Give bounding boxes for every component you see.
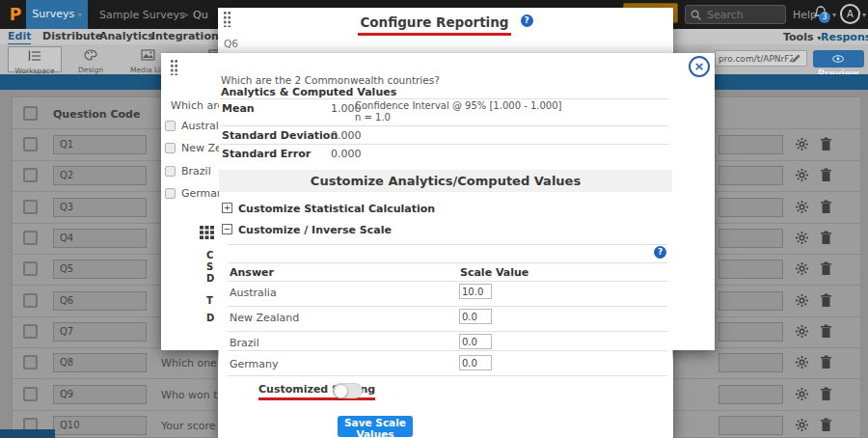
- row-checkbox[interactable]: [23, 324, 38, 339]
- notification-badge: 3: [819, 12, 830, 23]
- help-icon[interactable]: ?: [654, 246, 666, 259]
- question-code-field[interactable]: Q3: [53, 198, 147, 217]
- trash-icon[interactable]: [820, 355, 832, 370]
- row-checkbox[interactable]: [23, 387, 38, 401]
- trash-icon[interactable]: [820, 168, 832, 182]
- trash-icon[interactable]: [820, 324, 832, 339]
- trash-icon[interactable]: [820, 293, 832, 308]
- question-code-field[interactable]: Q2: [53, 166, 147, 185]
- close-icon[interactable]: ×: [689, 56, 710, 77]
- question-code-field[interactable]: Q9: [53, 385, 147, 404]
- clipped-label: D: [206, 273, 214, 284]
- row-side-field[interactable]: [719, 229, 783, 248]
- image-icon: [141, 49, 155, 61]
- scale-value-input[interactable]: [459, 284, 492, 299]
- row-checkbox[interactable]: [23, 355, 38, 370]
- surveys-menu[interactable]: Surveys ▾: [26, 0, 88, 29]
- tab-analytics[interactable]: Analytics: [99, 30, 154, 42]
- question-code-field[interactable]: Q5: [53, 260, 147, 279]
- gear-icon[interactable]: [795, 231, 809, 245]
- row-side-field[interactable]: [719, 291, 783, 311]
- customized-scaling-toggle[interactable]: [333, 383, 363, 398]
- gear-icon[interactable]: [795, 355, 809, 370]
- question-code-field[interactable]: Q6: [53, 291, 147, 311]
- grid-icon[interactable]: [200, 226, 214, 239]
- question-code-field[interactable]: Q4: [53, 229, 147, 248]
- gear-icon[interactable]: [795, 324, 809, 339]
- breadcrumb[interactable]: Sample Surveys: [99, 9, 185, 21]
- gear-icon[interactable]: [795, 418, 809, 432]
- row-checkbox[interactable]: [23, 293, 38, 308]
- row-checkbox[interactable]: [23, 261, 38, 276]
- search-input[interactable]: [705, 7, 782, 22]
- preview-button[interactable]: Preview: [813, 50, 864, 68]
- expand-plus-icon[interactable]: +: [222, 203, 232, 213]
- gear-icon[interactable]: [795, 387, 809, 401]
- search-box[interactable]: [685, 5, 786, 24]
- trash-icon[interactable]: [820, 231, 832, 245]
- answer-label: Australia: [230, 287, 277, 299]
- row-checkbox[interactable]: [23, 168, 38, 182]
- row-side-field[interactable]: [719, 260, 783, 279]
- row-side-field[interactable]: [719, 135, 783, 154]
- questionpro-logo: P: [6, 3, 25, 26]
- tools-menu[interactable]: Tools ▾: [783, 31, 821, 43]
- row-side-field[interactable]: [719, 385, 783, 404]
- trash-icon[interactable]: [820, 261, 832, 276]
- tab-integration[interactable]: Integration: [151, 30, 219, 42]
- edit-url-pencil-icon[interactable]: [791, 53, 801, 64]
- row-side-field[interactable]: [719, 322, 783, 342]
- trash-icon[interactable]: [820, 418, 832, 432]
- gear-icon[interactable]: [795, 168, 809, 182]
- tab-distribute[interactable]: Distribute: [42, 30, 102, 42]
- help-icon[interactable]: ?: [521, 14, 533, 27]
- option-checkbox[interactable]: [165, 121, 176, 131]
- stat-value: 0.000: [331, 148, 362, 160]
- row-checkbox[interactable]: [23, 200, 38, 214]
- search-icon: [690, 9, 702, 21]
- scale-value-input[interactable]: [459, 309, 492, 324]
- eye-icon: [832, 55, 844, 63]
- option-label: Brazil: [181, 165, 211, 178]
- gear-icon[interactable]: [795, 293, 809, 308]
- trash-icon[interactable]: [820, 200, 832, 214]
- sample-size: n = 1.0: [355, 112, 391, 123]
- gear-icon[interactable]: [795, 137, 809, 151]
- scale-value-input[interactable]: [459, 355, 492, 370]
- workspace-button[interactable]: Workspace: [8, 46, 62, 72]
- row-checkbox[interactable]: [23, 231, 38, 245]
- accordion-statistical-calculation[interactable]: Customize Statistical Calculation: [238, 203, 435, 215]
- select-all-checkbox[interactable]: [23, 106, 38, 121]
- question-code-field[interactable]: Q1: [53, 135, 147, 154]
- scale-value-input[interactable]: [459, 334, 492, 349]
- row-side-field[interactable]: [719, 353, 783, 372]
- trash-icon[interactable]: [820, 387, 832, 401]
- chevron-down-icon[interactable]: ▾: [832, 11, 836, 19]
- option-checkbox[interactable]: [165, 143, 176, 153]
- save-scale-values-button[interactable]: Save Scale Values: [338, 416, 413, 437]
- question-code-field[interactable]: Q7: [53, 322, 147, 342]
- avatar[interactable]: A: [840, 4, 860, 24]
- question-code-field[interactable]: Q10: [53, 416, 147, 435]
- drag-handle-icon[interactable]: [170, 59, 178, 75]
- collapse-minus-icon[interactable]: −: [222, 224, 232, 234]
- stat-value: 0.000: [331, 129, 362, 142]
- design-button[interactable]: Design: [68, 46, 114, 72]
- option-checkbox[interactable]: [165, 188, 176, 199]
- clipped-label: C: [206, 250, 213, 260]
- chevron-down-icon: ▾: [78, 11, 82, 19]
- trash-icon[interactable]: [820, 137, 832, 151]
- row-side-field[interactable]: [719, 198, 783, 217]
- stat-label: Standard Deviation: [222, 129, 338, 142]
- option-checkbox[interactable]: [165, 166, 176, 177]
- row-side-field[interactable]: [719, 416, 783, 435]
- chevron-down-icon[interactable]: ▾: [862, 11, 866, 19]
- accordion-inverse-scale[interactable]: Customize / Inverse Scale: [238, 224, 392, 236]
- gear-icon[interactable]: [795, 200, 809, 214]
- row-checkbox[interactable]: [23, 137, 38, 151]
- gear-icon[interactable]: [795, 261, 809, 276]
- answer-label: Brazil: [230, 337, 259, 349]
- row-side-field[interactable]: [719, 166, 783, 185]
- tab-edit[interactable]: Edit: [8, 30, 31, 45]
- question-code-field[interactable]: Q8: [53, 353, 147, 372]
